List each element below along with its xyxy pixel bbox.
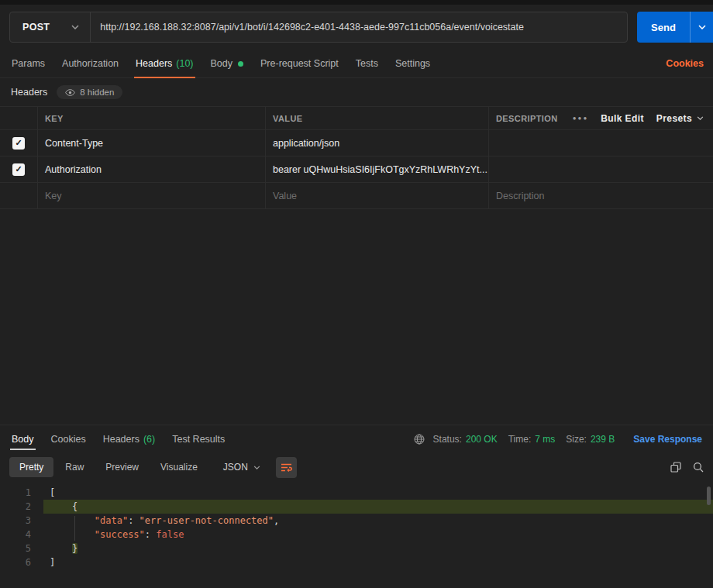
format-dropdown[interactable]: JSON bbox=[215, 457, 268, 477]
tab-settings[interactable]: Settings bbox=[387, 50, 439, 77]
wrap-text-button[interactable] bbox=[276, 457, 297, 478]
header-key: Authorization bbox=[45, 164, 102, 175]
bulk-edit-button[interactable]: Bulk Edit bbox=[601, 113, 644, 124]
header-value: bearer uQHwuHsiaSI6IjFkOTgxYzRhLWRhYzYt.… bbox=[273, 164, 487, 175]
line-number: 2 bbox=[0, 500, 43, 514]
more-options-icon[interactable]: ●●● bbox=[573, 115, 589, 122]
view-tab-pretty[interactable]: Pretty bbox=[9, 457, 53, 477]
search-icon[interactable] bbox=[693, 462, 704, 473]
column-header-description: DESCRIPTION bbox=[488, 107, 565, 129]
copy-icon[interactable] bbox=[670, 462, 681, 473]
tab-authorization[interactable]: Authorization bbox=[53, 50, 127, 77]
table-row: ✓Content-Typeapplication/json bbox=[0, 130, 713, 156]
header-description-cell[interactable]: Description bbox=[488, 183, 713, 208]
cookies-link[interactable]: Cookies bbox=[666, 58, 705, 69]
tab-label: Tests bbox=[356, 58, 378, 69]
view-tab-preview[interactable]: Preview bbox=[95, 457, 149, 477]
response-toolbar: PrettyRawPreviewVisualize JSON bbox=[0, 452, 713, 482]
view-tab-visualize[interactable]: Visualize bbox=[150, 457, 208, 477]
tab-tests[interactable]: Tests bbox=[347, 50, 387, 77]
send-options-caret[interactable] bbox=[690, 12, 713, 43]
response-tab-cookies[interactable]: Cookies bbox=[43, 425, 95, 452]
tab-label: Settings bbox=[395, 58, 430, 69]
presets-dropdown[interactable]: Presets bbox=[656, 113, 704, 124]
request-tabs: ParamsAuthorizationHeaders(10)BodyPre-re… bbox=[0, 50, 713, 78]
description-placeholder: Description bbox=[496, 191, 545, 201]
header-value-cell[interactable]: bearer uQHwuHsiaSI6IjFkOTgxYzRhLWRhYzYt.… bbox=[265, 156, 488, 182]
response-tab-test-results[interactable]: Test Results bbox=[164, 425, 233, 452]
row-checkbox-cell bbox=[0, 183, 37, 208]
line-content: "success": false bbox=[43, 528, 713, 542]
line-number: 4 bbox=[0, 528, 43, 542]
hidden-headers-toggle[interactable]: 8 hidden bbox=[57, 85, 122, 99]
header-description-cell[interactable] bbox=[488, 130, 713, 156]
headers-table-header: KEY VALUE DESCRIPTION ●●● Bulk Edit Pres… bbox=[0, 107, 713, 130]
size-label: Size: bbox=[566, 434, 587, 445]
code-line: 2 { bbox=[0, 500, 713, 514]
code-token: "success" bbox=[95, 529, 145, 540]
header-key-cell[interactable]: Authorization bbox=[37, 156, 265, 182]
header-key: Content-Type bbox=[45, 138, 103, 149]
tab-headers[interactable]: Headers(10) bbox=[127, 50, 202, 77]
hidden-headers-label: 8 hidden bbox=[80, 88, 114, 97]
time-value: 7 ms bbox=[535, 434, 555, 445]
row-checkbox[interactable]: ✓ bbox=[12, 163, 25, 176]
line-content: ] bbox=[43, 555, 713, 569]
code-token bbox=[50, 515, 95, 526]
tab-params[interactable]: Params bbox=[3, 50, 53, 77]
column-header-value: VALUE bbox=[265, 107, 488, 129]
tab-label: Body bbox=[12, 434, 34, 445]
response-body-viewer[interactable]: 1[2 {3 "data": "err-user-not-connected",… bbox=[0, 482, 713, 588]
response-tab-body[interactable]: Body bbox=[3, 425, 43, 452]
select-all-column bbox=[0, 107, 37, 129]
url-input[interactable]: http://192.168.188.32:8087/api/v1/bot/i/… bbox=[91, 12, 627, 42]
status-label: Status: bbox=[433, 434, 462, 445]
code-token: { bbox=[50, 501, 78, 512]
line-number: 1 bbox=[0, 486, 43, 500]
globe-icon[interactable] bbox=[414, 434, 425, 445]
code-token: , bbox=[274, 515, 279, 526]
code-token: : bbox=[145, 529, 156, 540]
line-content: { bbox=[43, 500, 713, 514]
tab-pre-request-script[interactable]: Pre-request Script bbox=[252, 50, 347, 77]
code-token: false bbox=[156, 529, 184, 540]
headers-section-title: Headers bbox=[11, 87, 47, 98]
code-token: "err-user-not-connected" bbox=[140, 515, 274, 526]
response-tab-headers[interactable]: Headers(6) bbox=[95, 425, 164, 452]
send-button[interactable]: Send bbox=[637, 12, 690, 43]
line-number: 6 bbox=[0, 555, 43, 569]
code-line: 4 "success": false bbox=[0, 528, 713, 542]
scrollbar-thumb[interactable] bbox=[707, 487, 711, 505]
header-key-cell[interactable]: Content-Type bbox=[37, 130, 265, 156]
code-token: : bbox=[128, 515, 139, 526]
line-content: } bbox=[43, 542, 713, 555]
code-token: ] bbox=[50, 557, 55, 568]
header-value-cell[interactable]: application/json bbox=[265, 130, 488, 156]
header-key-cell[interactable]: Key bbox=[37, 183, 265, 208]
tab-count: (10) bbox=[176, 58, 193, 69]
code-token: "data" bbox=[95, 515, 128, 526]
table-row: ✓Authorizationbearer uQHwuHsiaSI6IjFkOTg… bbox=[0, 156, 713, 183]
tab-label: Headers bbox=[103, 434, 140, 445]
table-controls: ●●● Bulk Edit Presets bbox=[565, 113, 713, 124]
row-checkbox[interactable]: ✓ bbox=[12, 137, 25, 150]
chevron-down-icon bbox=[697, 116, 704, 120]
tab-body[interactable]: Body bbox=[202, 50, 253, 77]
view-tab-raw[interactable]: Raw bbox=[55, 457, 94, 477]
method-dropdown[interactable]: POST bbox=[10, 12, 91, 42]
code-token bbox=[50, 543, 72, 554]
header-value-cell[interactable]: Value bbox=[265, 183, 488, 208]
send-button-group: Send bbox=[637, 12, 713, 43]
code-lines: 1[2 {3 "data": "err-user-not-connected",… bbox=[0, 486, 713, 569]
view-mode-switch: PrettyRawPreviewVisualize bbox=[9, 457, 208, 477]
value-placeholder: Value bbox=[273, 191, 297, 201]
tab-label: Cookies bbox=[51, 434, 86, 445]
format-label: JSON bbox=[223, 462, 248, 473]
tab-label: Params bbox=[12, 58, 45, 69]
header-description-cell[interactable] bbox=[488, 156, 713, 182]
save-response-button[interactable]: Save Response bbox=[633, 434, 702, 445]
line-content: [ bbox=[43, 486, 713, 500]
code-line: 6] bbox=[0, 555, 713, 569]
unsaved-dot bbox=[238, 61, 243, 67]
method-label: POST bbox=[22, 22, 50, 33]
